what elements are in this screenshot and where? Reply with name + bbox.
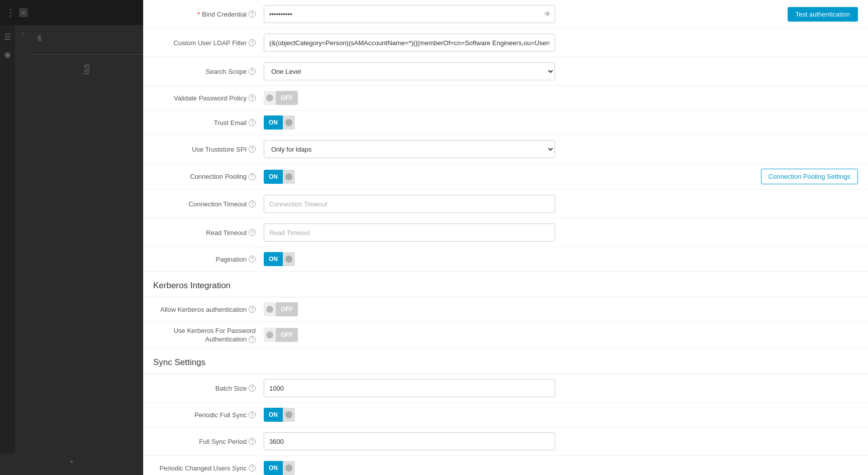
use-kerberos-password-help-icon[interactable]: ? bbox=[249, 336, 256, 343]
periodic-changed-users-sync-row: Periodic Changed Users Sync ? ON bbox=[143, 456, 868, 475]
trust-email-help-icon[interactable]: ? bbox=[249, 119, 256, 126]
main-content: * Bind Credential ? 👁 Test authenticatio… bbox=[143, 0, 868, 475]
bind-credential-help-icon[interactable]: ? bbox=[249, 11, 256, 18]
bind-credential-control: 👁 bbox=[264, 5, 778, 23]
pagination-help-icon[interactable]: ? bbox=[249, 256, 256, 263]
test-auth-button-wrapper: Test authentication bbox=[778, 7, 858, 22]
custom-ldap-filter-input[interactable] bbox=[264, 34, 555, 52]
custom-ldap-help-icon[interactable]: ? bbox=[249, 39, 256, 46]
toggle-off-side[interactable] bbox=[264, 328, 276, 342]
connection-pooling-settings-button[interactable]: Connection Pooling Settings bbox=[761, 169, 858, 184]
sidebar-item-nav1[interactable]: iss bbox=[30, 61, 143, 78]
sidebar-icon-1[interactable]: ☰ bbox=[2, 30, 13, 44]
sidebar-collapse-button[interactable]: » bbox=[19, 8, 28, 17]
validate-password-help-icon[interactable]: ? bbox=[249, 94, 256, 101]
allow-kerberos-auth-toggle[interactable]: OFF bbox=[264, 302, 298, 316]
toggle-on-label[interactable]: ON bbox=[264, 115, 283, 130]
validate-password-policy-row: Validate Password Policy ? OFF bbox=[143, 86, 868, 110]
trust-email-toggle[interactable]: ON bbox=[264, 115, 295, 130]
sidebar-icon-2[interactable]: ◉ bbox=[2, 48, 13, 61]
toggle-knob bbox=[266, 306, 273, 313]
trust-email-row: Trust Email ? ON bbox=[143, 110, 868, 135]
test-authentication-button[interactable]: Test authentication bbox=[788, 7, 858, 22]
search-scope-help-icon[interactable]: ? bbox=[249, 68, 256, 75]
custom-ldap-filter-label: Custom User LDAP Filter ? bbox=[153, 39, 264, 47]
allow-kerberos-auth-label: Allow Kerberos authentication ? bbox=[153, 306, 264, 313]
search-scope-select[interactable]: One Level Subtree bbox=[264, 62, 555, 80]
batch-size-input[interactable] bbox=[264, 379, 555, 397]
kerberos-section-heading: Kerberos Integration bbox=[143, 272, 868, 297]
toggle-off-side[interactable] bbox=[264, 91, 276, 105]
allow-kerberos-help-icon[interactable]: ? bbox=[249, 306, 256, 313]
sidebar-item-label[interactable]: oh bbox=[30, 30, 143, 46]
custom-ldap-filter-control bbox=[264, 34, 858, 52]
connection-pooling-toggle[interactable]: ON bbox=[264, 170, 295, 184]
sidebar-nav: oh iss bbox=[30, 25, 143, 453]
use-truststore-spi-control: Only for ldaps Always Never bbox=[264, 140, 858, 158]
read-timeout-row: Read Timeout ? bbox=[143, 218, 868, 247]
toggle-on-side[interactable] bbox=[283, 170, 295, 184]
validate-password-policy-toggle[interactable]: OFF bbox=[264, 91, 298, 105]
toggle-on-side[interactable] bbox=[283, 461, 295, 475]
full-sync-period-help-icon[interactable]: ? bbox=[249, 438, 256, 445]
pagination-control: ON bbox=[264, 252, 858, 266]
menu-dots-icon[interactable]: ⋮ bbox=[6, 7, 15, 18]
read-timeout-input[interactable] bbox=[264, 223, 555, 242]
bind-credential-input-wrapper: 👁 bbox=[264, 5, 555, 23]
custom-ldap-filter-row: Custom User LDAP Filter ? bbox=[143, 29, 868, 57]
connection-pooling-help-icon[interactable]: ? bbox=[249, 173, 256, 180]
connection-timeout-row: Connection Timeout ? bbox=[143, 190, 868, 218]
bind-credential-input[interactable] bbox=[264, 5, 555, 23]
trust-email-control: ON bbox=[264, 115, 858, 130]
sidebar-bottom-button[interactable]: ▪ bbox=[67, 453, 76, 470]
connection-timeout-label: Connection Timeout ? bbox=[153, 200, 264, 208]
connection-pooling-settings-wrapper: Connection Pooling Settings bbox=[751, 169, 858, 184]
sidebar: ⋮ » ☰ ◉ ‹ oh iss ▪ bbox=[0, 0, 143, 475]
use-kerberos-password-toggle[interactable]: OFF bbox=[264, 328, 298, 342]
toggle-on-label[interactable]: ON bbox=[264, 408, 283, 422]
pagination-toggle[interactable]: ON bbox=[264, 252, 295, 266]
password-eye-icon[interactable]: 👁 bbox=[544, 10, 551, 18]
read-timeout-help-icon[interactable]: ? bbox=[249, 229, 256, 236]
sidebar-header: ⋮ » bbox=[0, 0, 143, 25]
use-truststore-help-icon[interactable]: ? bbox=[249, 146, 256, 153]
periodic-changed-users-sync-help-icon[interactable]: ? bbox=[249, 464, 256, 471]
use-truststore-spi-select[interactable]: Only for ldaps Always Never bbox=[264, 140, 555, 158]
toggle-on-label[interactable]: ON bbox=[264, 252, 283, 266]
periodic-full-sync-label: Periodic Full Sync ? bbox=[153, 411, 264, 419]
allow-kerberos-auth-row: Allow Kerberos authentication ? OFF bbox=[143, 297, 868, 322]
periodic-full-sync-help-icon[interactable]: ? bbox=[249, 411, 256, 418]
full-sync-period-row: Full Sync Period ? bbox=[143, 427, 868, 456]
connection-timeout-help-icon[interactable]: ? bbox=[249, 200, 256, 207]
full-sync-period-input[interactable] bbox=[264, 432, 555, 450]
toggle-off-label[interactable]: OFF bbox=[276, 328, 298, 342]
toggle-knob bbox=[285, 411, 292, 418]
periodic-changed-users-sync-toggle[interactable]: ON bbox=[264, 461, 295, 475]
batch-size-row: Batch Size ? bbox=[143, 374, 868, 403]
connection-timeout-control bbox=[264, 195, 858, 213]
toggle-on-label[interactable]: ON bbox=[264, 170, 283, 184]
toggle-on-side[interactable] bbox=[283, 408, 295, 422]
toggle-off-side[interactable] bbox=[264, 302, 276, 316]
bind-credential-label: * Bind Credential ? bbox=[153, 11, 264, 18]
toggle-knob bbox=[285, 173, 292, 180]
validate-password-policy-control: OFF bbox=[264, 91, 858, 105]
use-kerberos-password-label: Use Kerberos For Password Authentication… bbox=[153, 327, 264, 343]
sidebar-nav-left-icon[interactable]: ‹ bbox=[22, 29, 24, 37]
periodic-full-sync-toggle[interactable]: ON bbox=[264, 408, 295, 422]
connection-timeout-input[interactable] bbox=[264, 195, 555, 213]
search-scope-label: Search Scope ? bbox=[153, 68, 264, 75]
toggle-on-label[interactable]: ON bbox=[264, 461, 283, 475]
toggle-on-side[interactable] bbox=[283, 115, 295, 130]
bind-credential-row: * Bind Credential ? 👁 Test authenticatio… bbox=[143, 0, 868, 29]
toggle-knob bbox=[285, 256, 292, 263]
toggle-off-label[interactable]: OFF bbox=[276, 91, 298, 105]
batch-size-help-icon[interactable]: ? bbox=[249, 385, 256, 392]
trust-email-label: Trust Email ? bbox=[153, 119, 264, 127]
toggle-on-side[interactable] bbox=[283, 252, 295, 266]
batch-size-label: Batch Size ? bbox=[153, 385, 264, 392]
read-timeout-label: Read Timeout ? bbox=[153, 229, 264, 236]
toggle-knob bbox=[285, 464, 292, 471]
full-sync-period-control bbox=[264, 432, 858, 450]
toggle-off-label[interactable]: OFF bbox=[276, 302, 298, 316]
